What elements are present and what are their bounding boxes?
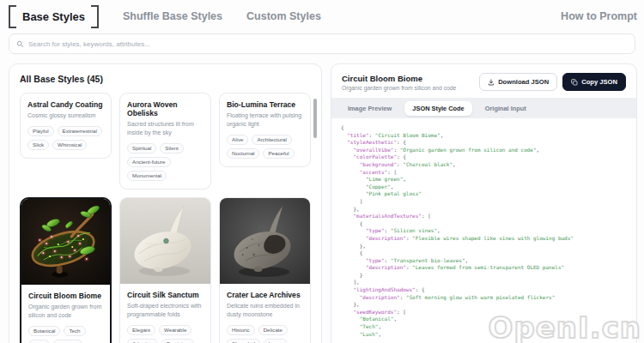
style-card-circuit-bloom-biome[interactable]: Circuit Bloom Biome Organic garden grown… (20, 197, 112, 343)
tag: Wearable (159, 325, 191, 335)
card-tags: Elegant Wearable Adaptive Feminine (127, 325, 204, 343)
json-code-viewer: { "title": "Circuit Bloom Biome", "style… (331, 118, 636, 338)
card-title: Astral Candy Coating (27, 100, 104, 109)
style-detail-panel: Circuit Bloom Biome Organic garden grown… (331, 63, 637, 343)
card-description: Organic garden grown from silicon and co… (28, 303, 103, 320)
copy-icon (571, 79, 578, 86)
top-navigation: Base Styles Shuffle Base Styles Custom S… (9, 3, 637, 29)
tag: Peaceful (263, 148, 294, 159)
copy-json-label: Copy JSON (581, 78, 617, 86)
nav-link-how-to-prompt[interactable]: How to Prompt (561, 10, 637, 22)
tab-image-preview[interactable]: Image Preview (340, 101, 399, 116)
search-bar[interactable] (9, 33, 635, 54)
nav-tab-shuffle-base-styles[interactable]: Shuffle Base Styles (123, 10, 222, 22)
download-json-button[interactable]: Download JSON (479, 73, 557, 91)
tag: Utopian (53, 340, 82, 343)
tag: Botanical (28, 326, 60, 336)
style-card-crater-lace-archives[interactable]: Crater Lace Archives Delicate ruins embe… (219, 197, 311, 343)
card-tags: Playful Extraterrestrial Slick Whimsical (27, 126, 104, 150)
tag: Monumental (127, 171, 167, 181)
style-card-astral-candy-coating[interactable]: Astral Candy Coating Cosmic glossy surre… (20, 93, 112, 159)
detail-title: Circuit Bloom Biome (342, 74, 456, 83)
detail-subtitle: Organic garden grown from silicon and co… (342, 85, 456, 91)
detail-header: Circuit Bloom Biome Organic garden grown… (331, 64, 636, 98)
card-tags: Botanical Tech Lush Utopian (28, 326, 103, 343)
library-header: All Base Styles (45) (20, 74, 311, 84)
tag: Playful (27, 126, 54, 136)
card-title: Crater Lace Archives (227, 291, 303, 299)
tab-json-style-code[interactable]: JSON Style Code (404, 101, 471, 116)
circuit-bloom-photo (21, 199, 110, 285)
tag: Extraterrestrial (58, 126, 102, 136)
card-title: Circuit Silk Sanctum (127, 291, 204, 299)
tag: Shrouded (227, 339, 260, 343)
card-tags: Alive Architectural Nocturnal Peaceful (227, 135, 303, 159)
tag: Feminine (161, 339, 193, 343)
nav-tab-custom-styles[interactable]: Custom Styles (246, 10, 321, 22)
tag: Lush (28, 340, 50, 343)
tag: Ancient-future (127, 157, 171, 167)
card-tags: Spiritual Silent Ancient-future Monument… (127, 143, 204, 182)
tag: Silent (160, 143, 183, 153)
tag: Architectural (252, 135, 291, 145)
copy-json-button[interactable]: Copy JSON (562, 73, 626, 91)
card-title: Bio-Lumina Terrace (227, 100, 303, 109)
download-icon (488, 79, 495, 86)
search-input[interactable] (28, 40, 628, 48)
card-tags: Historic Delicate Shrouded Lunar (227, 325, 303, 343)
card-title: Circuit Bloom Biome (28, 292, 103, 300)
nav-tab-base-styles[interactable]: Base Styles (9, 5, 99, 28)
tab-original-input[interactable]: Original Input (477, 101, 534, 116)
card-description: Sacred structures lit from inside by the… (127, 120, 204, 137)
style-card-circuit-silk-sanctum[interactable]: Circuit Silk Sanctum Soft-draped electro… (119, 197, 211, 343)
tag: Nocturnal (227, 148, 259, 159)
json-code: { "title": "Circuit Bloom Biome", "style… (341, 124, 636, 338)
search-icon (16, 40, 24, 48)
style-card-grid: Astral Candy Coating Cosmic glossy surre… (20, 93, 311, 343)
card-description: Floating terrace with pulsing organic li… (227, 111, 303, 129)
style-card-bio-lumina-terrace[interactable]: Bio-Lumina Terrace Floating terrace with… (219, 93, 311, 167)
scrollbar-thumb[interactable] (313, 99, 317, 138)
tag: Lunar (264, 339, 288, 343)
card-title: Aurora Woven Obelisks (127, 100, 204, 117)
tag: Alive (227, 135, 248, 145)
tag: Historic (227, 325, 255, 335)
card-description: Soft-draped electronics with programmabl… (127, 302, 204, 319)
style-card-aurora-woven-obelisks[interactable]: Aurora Woven Obelisks Sacred structures … (119, 93, 211, 190)
download-json-label: Download JSON (498, 78, 549, 86)
tag: Slick (27, 140, 49, 150)
tag: Delicate (258, 325, 288, 335)
tag: Spiritual (127, 143, 156, 153)
left-panel-scrollbar[interactable] (313, 87, 317, 342)
crater-lace-photo (220, 198, 310, 284)
tag: Elegant (127, 325, 155, 335)
tag: Whimsical (52, 140, 87, 150)
card-description: Cosmic glossy surrealism (27, 111, 104, 120)
tag: Tech (64, 326, 85, 336)
styles-list-panel: All Base Styles (45) Astral Candy Coatin… (9, 63, 322, 343)
card-description: Delicate ruins embedded in dusty moonsto… (227, 302, 303, 319)
silk-sanctum-photo (120, 198, 210, 284)
detail-tabs: Image Preview JSON Style Code Original I… (331, 98, 636, 118)
tag: Adaptive (127, 339, 158, 343)
